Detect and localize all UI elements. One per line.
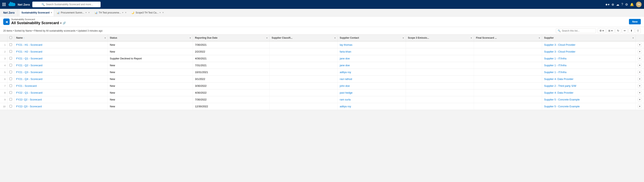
row-checkbox-cell[interactable] bbox=[7, 69, 14, 76]
tab-chevron-icon[interactable]: ▾ bbox=[122, 12, 123, 14]
reporting-due-date-column-header[interactable]: Reporting Due Date ▾ bbox=[193, 35, 270, 41]
apps-grid-icon[interactable] bbox=[2, 3, 6, 6]
salesforce-logo[interactable] bbox=[8, 1, 15, 8]
row-action-dropdown-button[interactable]: ▾ bbox=[638, 63, 642, 67]
tab-close-icon[interactable]: ✕ bbox=[88, 12, 90, 14]
row-select-checkbox[interactable] bbox=[10, 98, 12, 101]
add-icon[interactable]: ⊕ bbox=[612, 3, 614, 7]
row-select-checkbox[interactable] bbox=[10, 50, 12, 53]
title-chevron-icon[interactable]: ▾ bbox=[60, 22, 62, 25]
scope3-emissions-column-header[interactable]: Scope 3 Emissio... ▾ bbox=[406, 35, 474, 41]
row-action-cell[interactable]: ▾ bbox=[636, 89, 644, 96]
select-all-checkbox[interactable] bbox=[10, 36, 12, 39]
row-checkbox-cell[interactable] bbox=[7, 48, 14, 55]
tab-th-test-procureme[interactable]: 📊 TH Test procureme... ▾ ✕ bbox=[92, 9, 129, 16]
tab-chevron-icon[interactable]: ▾ bbox=[51, 12, 52, 14]
supplier-link[interactable]: Supplier 5 - Concrete Example bbox=[544, 98, 580, 101]
scorecard-name-link[interactable]: FY22- Q3 - Scorecard bbox=[16, 105, 42, 108]
favorites-icon[interactable]: ★▾ bbox=[605, 3, 610, 7]
settings-icon[interactable]: ⚙ bbox=[625, 3, 628, 7]
supplier-classification-column-header[interactable]: Supplier Classifi... ▾ bbox=[270, 35, 338, 41]
scorecard-name-link[interactable]: FY22 - Q1 - Scorecard bbox=[16, 91, 42, 94]
row-action-cell[interactable]: ▾ bbox=[636, 76, 644, 82]
row-select-checkbox[interactable] bbox=[10, 71, 12, 73]
column-menu-icon[interactable]: ▾ bbox=[539, 37, 540, 39]
final-scorecard-column-header[interactable]: Final Scorecard ... ▾ bbox=[474, 35, 542, 41]
row-action-cell[interactable]: ▾ bbox=[636, 69, 644, 76]
tab-sustainability-scorecard[interactable]: Sustainability Scorecard ▾ bbox=[19, 9, 54, 16]
supplier-contact-link[interactable]: aditya roy bbox=[340, 71, 351, 74]
row-checkbox-cell[interactable] bbox=[7, 62, 14, 69]
row-action-dropdown-button[interactable]: ▾ bbox=[638, 43, 642, 47]
filter-button[interactable]: ▽ bbox=[635, 28, 641, 33]
supplier-contact-link[interactable]: ram surla bbox=[340, 98, 350, 101]
row-action-dropdown-button[interactable]: ▾ bbox=[638, 84, 642, 88]
upload-button[interactable]: ⬆ bbox=[628, 28, 634, 33]
row-action-cell[interactable]: ▾ bbox=[636, 62, 644, 69]
row-select-checkbox[interactable] bbox=[10, 57, 12, 60]
scorecard-name-link[interactable]: FY22- Q2 - Scorecard bbox=[16, 98, 42, 101]
column-menu-icon[interactable]: ▾ bbox=[403, 37, 404, 39]
gear-button[interactable]: ⚙ ▾ bbox=[598, 28, 606, 33]
column-menu-icon[interactable]: ▾ bbox=[266, 37, 268, 39]
scorecard-name-link[interactable]: FY21 - H2 - Scorecard bbox=[16, 50, 42, 53]
column-menu-icon[interactable]: ▾ bbox=[334, 37, 336, 39]
row-action-dropdown-button[interactable]: ▾ bbox=[638, 70, 642, 74]
supplier-contact-link[interactable]: ravi rathod bbox=[340, 77, 352, 80]
supplier-link[interactable]: Supplier 1 - IT/Infra bbox=[544, 57, 566, 60]
row-action-dropdown-button[interactable]: ▾ bbox=[638, 77, 642, 81]
row-action-dropdown-button[interactable]: ▾ bbox=[638, 105, 642, 108]
row-action-cell[interactable]: ▾ bbox=[636, 48, 644, 55]
row-checkbox-cell[interactable] bbox=[7, 82, 14, 89]
row-checkbox-cell[interactable] bbox=[7, 89, 14, 96]
supplier-contact-link[interactable]: john doe bbox=[340, 84, 350, 87]
supplier-contact-link[interactable]: jane doe bbox=[340, 57, 350, 60]
supplier-link[interactable]: Supplier 2 - Third party S/W bbox=[544, 84, 576, 87]
tab-scope3-th-test-ca[interactable]: 🌙 Scope3 TH Test Ca... ▾ ✕ bbox=[129, 9, 166, 16]
row-checkbox-cell[interactable] bbox=[7, 76, 14, 82]
supplier-contact-column-header[interactable]: Supplier Contact ▾ bbox=[338, 35, 406, 41]
row-checkbox-cell[interactable] bbox=[7, 41, 14, 48]
row-select-checkbox[interactable] bbox=[10, 77, 12, 80]
supplier-contact-link[interactable]: jane doe bbox=[340, 64, 350, 67]
supplier-link[interactable]: Supplier 3 - Cloud Provider bbox=[544, 50, 575, 53]
global-search-bar[interactable]: All ▾ 🔍 bbox=[32, 2, 100, 7]
supplier-link[interactable]: Supplier 4- Data Provider bbox=[544, 77, 573, 80]
supplier-contact-link[interactable]: pavi hedge bbox=[340, 91, 352, 94]
row-checkbox-cell[interactable] bbox=[7, 103, 14, 110]
row-action-cell[interactable]: ▾ bbox=[636, 103, 644, 110]
app-name[interactable]: Net Zero bbox=[18, 3, 30, 6]
scorecard-name-link[interactable]: FY21 - Q4 - Scorecard bbox=[16, 77, 42, 80]
tab-chevron-icon[interactable]: ▾ bbox=[160, 12, 160, 14]
bell-icon[interactable]: 🔔 bbox=[630, 3, 634, 7]
row-action-dropdown-button[interactable]: ▾ bbox=[638, 98, 642, 102]
select-all-header[interactable] bbox=[7, 35, 14, 41]
column-menu-icon[interactable]: ▾ bbox=[471, 37, 472, 39]
row-action-dropdown-button[interactable]: ▾ bbox=[638, 91, 642, 95]
scorecard-name-link[interactable]: FY21 - Q1 - Scorecard bbox=[16, 57, 42, 60]
scorecard-name-link[interactable]: FY21 - Scorecard bbox=[16, 84, 37, 87]
row-select-checkbox[interactable] bbox=[10, 91, 12, 94]
supplier-contact-link[interactable]: faria khan bbox=[340, 50, 351, 53]
row-select-checkbox[interactable] bbox=[10, 64, 12, 66]
tab-close-icon[interactable]: ✕ bbox=[162, 12, 164, 14]
row-action-cell[interactable]: ▾ bbox=[636, 96, 644, 103]
row-checkbox-cell[interactable] bbox=[7, 55, 14, 62]
tab-close-icon[interactable]: ✕ bbox=[125, 12, 126, 14]
column-menu-icon[interactable]: ▾ bbox=[632, 37, 634, 39]
name-column-header[interactable]: Name ↑ ▾ bbox=[14, 35, 108, 41]
supplier-contact-link[interactable]: lay thomas bbox=[340, 43, 352, 46]
supplier-link[interactable]: Supplier 5 - Concrete Example bbox=[544, 105, 580, 108]
row-select-checkbox[interactable] bbox=[10, 84, 12, 87]
row-action-cell[interactable]: ▾ bbox=[636, 55, 644, 62]
supplier-link[interactable]: Supplier 3 - Cloud Provider bbox=[544, 43, 575, 46]
search-scope-selector[interactable]: All ▾ bbox=[34, 3, 40, 6]
scorecard-name-link[interactable]: FY21 - Q2 - Scorecard bbox=[16, 64, 42, 67]
user-avatar[interactable]: TH bbox=[636, 2, 642, 7]
column-menu-icon[interactable]: ▾ bbox=[104, 37, 106, 39]
cloud-icon[interactable]: ☁ bbox=[616, 3, 619, 7]
column-menu-icon[interactable]: ▾ bbox=[190, 37, 191, 39]
global-search-input[interactable] bbox=[46, 3, 98, 6]
tab-procurement-summ[interactable]: 📊 Procurement Summ... ▾ ✕ bbox=[54, 9, 92, 16]
supplier-link[interactable]: Supplier 4- Data Provider bbox=[544, 91, 573, 94]
